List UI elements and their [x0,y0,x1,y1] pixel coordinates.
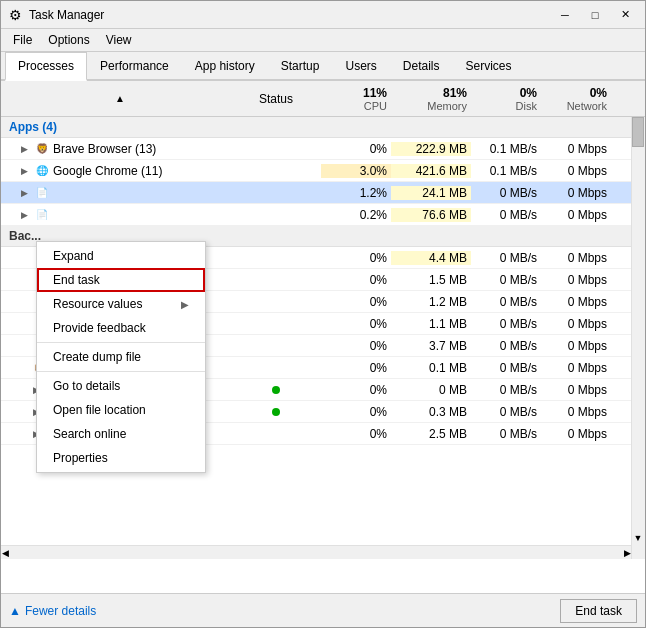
tab-processes[interactable]: Processes [5,52,87,81]
row-network: 0 Mbps [541,317,611,331]
tab-services[interactable]: Services [453,52,525,79]
row-memory: 4.4 MB [391,251,471,265]
row-memory: 0.3 MB [391,405,471,419]
row-cpu: 0% [321,383,391,397]
table-row[interactable]: ▶ 📄 0.2% 76.6 MB 0 MB/s 0 Mbps [1,204,645,226]
tab-app-history[interactable]: App history [182,52,268,79]
expand-arrow[interactable]: ▶ [21,210,31,220]
horizontal-scrollbar[interactable]: ◀ ▶ [1,545,631,559]
ctx-create-dump[interactable]: Create dump file [37,345,205,369]
section-apps: Apps (4) [1,117,645,138]
row-disk: 0 MB/s [471,383,541,397]
ctx-end-task[interactable]: End task [37,268,205,292]
expand-arrow[interactable]: ▶ [21,166,31,176]
title-bar: ⚙ Task Manager ─ □ ✕ [1,1,645,29]
menu-file[interactable]: File [5,31,40,49]
row-disk: 0 MB/s [471,251,541,265]
expand-arrow[interactable]: ▶ [21,144,31,154]
ctx-search-online[interactable]: Search online [37,422,205,446]
row-disk: 0 MB/s [471,295,541,309]
col-header-status[interactable]: Status [231,92,321,106]
row-network: 0 Mbps [541,361,611,375]
menu-options[interactable]: Options [40,31,97,49]
expand-arrow[interactable]: ▶ [21,188,31,198]
ctx-expand[interactable]: Expand [37,244,205,268]
sort-arrow[interactable]: ▲ [1,93,231,104]
row-cpu: 0% [321,405,391,419]
row-disk: 0 MB/s [471,273,541,287]
row-cpu: 0% [321,142,391,156]
green-dot-icon [272,386,280,394]
tab-startup[interactable]: Startup [268,52,333,79]
maximize-button[interactable]: □ [581,4,609,26]
scrollbar-thumb[interactable] [632,117,644,147]
row-disk: 0.1 MB/s [471,142,541,156]
vertical-scrollbar[interactable]: ▼ [631,117,645,559]
table-row-selected[interactable]: ▶ 📄 1.2% 24.1 MB 0 MB/s 0 Mbps [1,182,645,204]
bottom-bar: ▲ Fewer details End task [1,593,645,627]
end-task-button[interactable]: End task [560,599,637,623]
tab-users[interactable]: Users [332,52,389,79]
row-name-4: ▶ 📄 [1,206,231,224]
row-network: 0 Mbps [541,186,611,200]
row-cpu: 1.2% [321,186,391,200]
ctx-open-file-location[interactable]: Open file location [37,398,205,422]
row-memory: 0 MB [391,383,471,397]
row-memory: 222.9 MB [391,142,471,156]
minimize-button[interactable]: ─ [551,4,579,26]
table-row[interactable]: ▶ 🌐 Google Chrome (11) 3.0% 421.6 MB 0.1… [1,160,645,182]
row-disk: 0 MB/s [471,405,541,419]
row-memory: 1.1 MB [391,317,471,331]
tab-details[interactable]: Details [390,52,453,79]
table-header: ▲ Status 11% CPU 81% Memory 0% Disk 0% N… [1,81,645,117]
table-row[interactable]: ▶ 🦁 Brave Browser (13) 0% 222.9 MB 0.1 M… [1,138,645,160]
submenu-arrow-icon: ▶ [181,299,189,310]
col-header-cpu: 11% CPU [321,86,391,112]
row-memory: 3.7 MB [391,339,471,353]
col-header-network: 0% Network [541,86,611,112]
row-cpu: 0% [321,295,391,309]
menu-view[interactable]: View [98,31,140,49]
row-cpu: 3.0% [321,164,391,178]
row-memory: 24.1 MB [391,186,471,200]
fewer-details-button[interactable]: ▲ Fewer details [9,604,96,618]
green-dot-icon [272,408,280,416]
row-name-selected: ▶ 📄 [1,184,231,202]
ctx-resource-values[interactable]: Resource values ▶ [37,292,205,316]
row-disk: 0.1 MB/s [471,164,541,178]
tab-performance[interactable]: Performance [87,52,182,79]
chrome-icon: 🌐 [35,164,49,178]
row-disk: 0 MB/s [471,186,541,200]
ctx-properties[interactable]: Properties [37,446,205,470]
row-cpu: 0% [321,273,391,287]
scrollbar-arrow-right[interactable]: ▶ [623,547,631,559]
row-network: 0 Mbps [541,383,611,397]
row-memory: 1.2 MB [391,295,471,309]
ctx-provide-feedback[interactable]: Provide feedback [37,316,205,340]
row-memory: 76.6 MB [391,208,471,222]
row-disk: 0 MB/s [471,427,541,441]
ctx-go-to-details[interactable]: Go to details [37,374,205,398]
ctx-separator [37,371,205,372]
row-disk: 0 MB/s [471,208,541,222]
row-network: 0 Mbps [541,251,611,265]
row-network: 0 Mbps [541,405,611,419]
row-memory: 421.6 MB [391,164,471,178]
row-name-chrome: ▶ 🌐 Google Chrome (11) [1,162,231,180]
row-network: 0 Mbps [541,295,611,309]
row-cpu: 0% [321,361,391,375]
close-button[interactable]: ✕ [611,4,639,26]
scrollbar-arrow-down[interactable]: ▼ [632,531,644,545]
table-container: ▲ Status 11% CPU 81% Memory 0% Disk 0% N… [1,81,645,593]
row-network: 0 Mbps [541,208,611,222]
window-title: Task Manager [29,8,551,22]
menu-bar: File Options View [1,29,645,52]
window-controls: ─ □ ✕ [551,4,639,26]
brave-icon: 🦁 [35,142,49,156]
scrollbar-arrow-left[interactable]: ◀ [1,547,9,559]
col-header-disk: 0% Disk [471,86,541,112]
row-name-brave: ▶ 🦁 Brave Browser (13) [1,140,231,158]
row-cpu: 0% [321,339,391,353]
row-network: 0 Mbps [541,164,611,178]
row-disk: 0 MB/s [471,361,541,375]
